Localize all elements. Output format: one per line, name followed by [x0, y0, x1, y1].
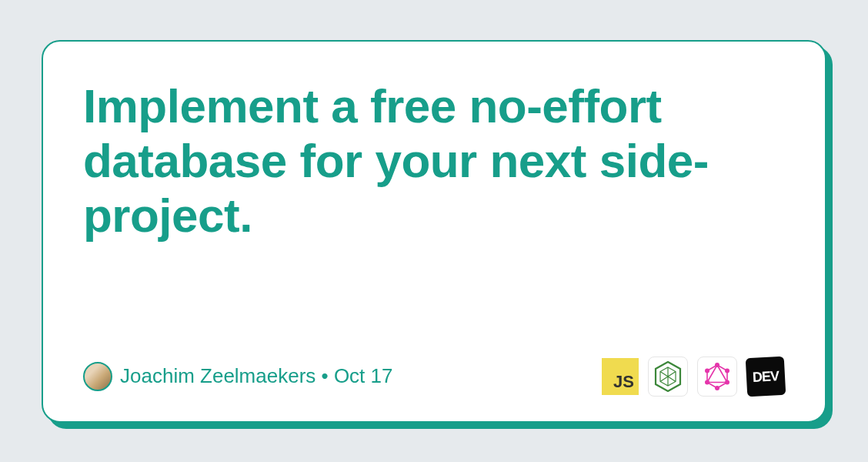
svg-point-4 [705, 380, 709, 384]
graphql-icon [697, 357, 737, 397]
svg-point-2 [725, 380, 729, 384]
svg-point-0 [715, 363, 719, 367]
meta-separator: • [322, 364, 329, 387]
svg-point-5 [705, 368, 709, 373]
author-meta: Joachim Zeelmaekers • Oct 17 [120, 364, 392, 388]
card-body: Implement a free no-effort database for … [42, 40, 826, 423]
author-block: Joachim Zeelmaekers • Oct 17 [83, 362, 392, 391]
author-name: Joachim Zeelmaekers [120, 364, 315, 387]
javascript-icon: JS [602, 358, 639, 395]
author-avatar [83, 362, 112, 391]
svg-point-1 [725, 368, 729, 373]
article-title: Implement a free no-effort database for … [83, 79, 785, 243]
article-card: Implement a free no-effort database for … [42, 40, 826, 423]
card-footer: Joachim Zeelmaekers • Oct 17 JS [83, 357, 785, 397]
publish-date: Oct 17 [334, 364, 393, 387]
tag-list: JS [602, 357, 785, 397]
svg-point-3 [715, 386, 719, 390]
nodejs-icon [648, 357, 688, 397]
dev-icon: DEV [746, 356, 786, 397]
